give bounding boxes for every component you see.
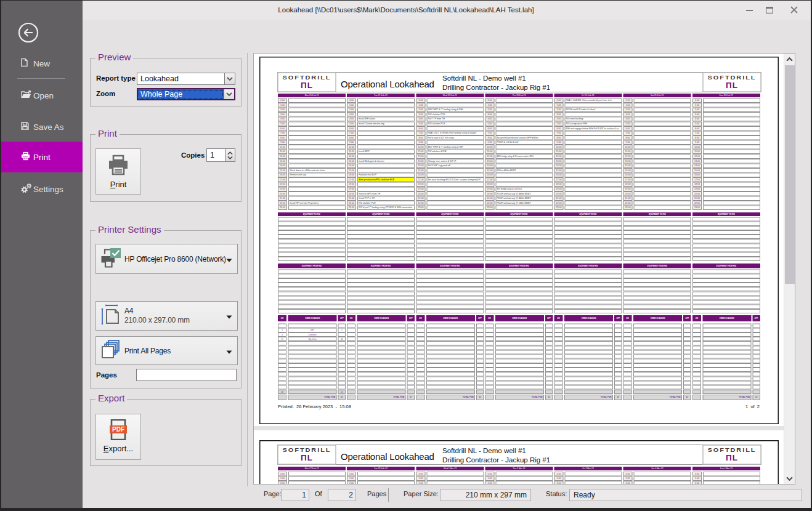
svg-text:PDF: PDF xyxy=(112,426,124,433)
